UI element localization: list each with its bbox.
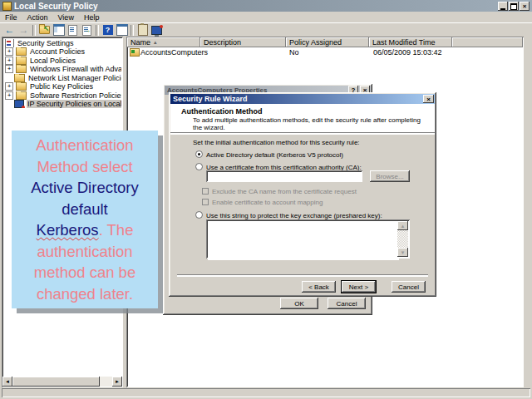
wizard-titlebar[interactable]: Security Rule Wizard	[170, 94, 435, 104]
scroll-up-button[interactable]: ▲	[397, 221, 408, 230]
new-window-button[interactable]	[115, 24, 129, 37]
browse-button[interactable]: Browse...	[370, 170, 410, 182]
app-icon	[2, 2, 12, 11]
annotation-line: Method select	[12, 156, 158, 178]
scroll-down-button[interactable]: ▼	[397, 248, 408, 257]
toolbar-separator	[32, 25, 36, 36]
scroll-left-button[interactable]: ◄	[2, 377, 12, 387]
tree-item-account-policies[interactable]: + Account Policies	[3, 47, 121, 56]
restore-button[interactable]	[509, 2, 519, 11]
export-list-button[interactable]: →	[80, 24, 94, 37]
menu-bar: File Action View Help	[0, 12, 532, 22]
toolbar-separator	[131, 25, 134, 36]
expand-plus-icon[interactable]: +	[5, 91, 13, 100]
ok-button[interactable]: OK	[280, 298, 318, 309]
cancel-button[interactable]: Cancel	[392, 281, 426, 293]
annotation-text: Active Directory	[31, 179, 139, 196]
status-bar	[2, 388, 530, 397]
radio-active-directory-label[interactable]: Active Directory default (Kerberos V5 pr…	[206, 151, 343, 159]
wizard-close-button[interactable]: ×	[423, 95, 434, 103]
tree-item-local-policies[interactable]: + Local Policies	[3, 57, 121, 65]
cell-name: AccountsComputers	[140, 48, 208, 57]
radio-certificate[interactable]	[195, 163, 203, 170]
preshared-key-input[interactable]	[208, 221, 399, 260]
expand-plus-icon[interactable]: +	[5, 57, 13, 65]
list-row-accountscomputers[interactable]: AccountsComputers No 06/05/2009 15:03:42	[127, 48, 518, 57]
scrollbar-track[interactable]	[100, 377, 112, 387]
up-one-level-icon: ↖	[39, 26, 50, 34]
manage-filter-lists-button[interactable]	[150, 24, 164, 37]
wizard-header: Authentication Method To add multiple au…	[170, 104, 435, 132]
expand-plus-icon[interactable]: +	[5, 47, 13, 56]
menu-view[interactable]: View	[53, 12, 79, 22]
tree-item-label: Windows Firewall with Advanced Security	[29, 65, 121, 73]
help-icon: ?	[103, 25, 113, 35]
show-hide-console-tree-icon	[53, 24, 65, 36]
window-title: Local Security Policy	[14, 2, 98, 11]
annotation-text-kerberos: Kerberos	[37, 221, 99, 239]
preshared-key-scrollbar[interactable]: ▲ ▼	[397, 221, 408, 257]
back-label: < Back	[308, 283, 329, 291]
tree-item-ip-security-policies[interactable]: IP Security Policies on Local Computer	[3, 100, 121, 108]
tree-item-public-key-policies[interactable]: + Public Key Policies	[3, 82, 121, 91]
checkbox-cert-mapping-label: Enable certificate to account mapping	[212, 199, 323, 206]
window-titlebar[interactable]: Local Security Policy ×	[0, 0, 532, 12]
column-header-name[interactable]: Name ▴	[127, 37, 200, 47]
radio-active-directory[interactable]	[195, 150, 203, 158]
scroll-down-icon: ▼	[401, 250, 406, 255]
folder-icon	[16, 57, 27, 65]
wizard-title: Security Rule Wizard	[173, 95, 247, 103]
close-icon: ×	[426, 96, 431, 103]
tree-item-security-settings[interactable]: Security Settings	[3, 39, 121, 47]
radio-preshared-key-label[interactable]: Use this string to protect the key excha…	[206, 212, 382, 219]
column-label: Description	[204, 38, 241, 47]
policy-icon	[130, 48, 140, 57]
toolbar: ← → ↖ → ?	[0, 22, 532, 37]
folder-icon	[14, 74, 25, 82]
annotation-text: method can be	[34, 264, 135, 281]
ok-label: OK	[294, 300, 304, 308]
refresh-button[interactable]	[66, 24, 80, 37]
expand-plus-icon[interactable]: +	[5, 82, 13, 91]
back-button[interactable]: ←	[2, 24, 17, 37]
scrollbar-thumb[interactable]	[12, 377, 100, 387]
forward-button[interactable]: →	[17, 24, 31, 37]
column-header-description[interactable]: Description	[200, 37, 286, 47]
tree-item-label: IP Security Policies on Local Computer	[27, 100, 121, 108]
ipsec-policy-icon	[14, 100, 24, 108]
checkbox-cert-mapping[interactable]	[202, 199, 209, 205]
restore-icon	[510, 3, 517, 10]
scroll-right-button[interactable]: ►	[112, 377, 122, 387]
menu-help[interactable]: Help	[79, 12, 105, 22]
checkbox-exclude-ca[interactable]	[202, 188, 209, 195]
button-separator	[177, 274, 428, 277]
expand-plus-icon[interactable]: +	[5, 65, 13, 73]
checkbox-exclude-ca-label: Exclude the CA name from the certificate…	[212, 188, 357, 195]
show-hide-console-tree-button[interactable]	[52, 24, 66, 37]
column-header-last-modified[interactable]: Last Modified Time	[369, 37, 452, 47]
create-policy-button[interactable]	[135, 24, 150, 37]
up-one-level-button[interactable]: ↖	[37, 24, 52, 37]
close-button[interactable]: ×	[520, 2, 530, 11]
export-list-icon: →	[82, 25, 91, 36]
column-header-policy-assigned[interactable]: Policy Assigned	[286, 37, 369, 47]
tree-horizontal-scrollbar[interactable]: ◄ ►	[2, 377, 122, 387]
next-button[interactable]: Next >	[342, 281, 376, 293]
back-icon: ←	[5, 25, 15, 35]
menu-file[interactable]: File	[0, 12, 22, 22]
tree-item-label: Network List Manager Policies	[27, 74, 121, 82]
menu-action[interactable]: Action	[22, 12, 53, 22]
minimize-button[interactable]	[498, 2, 508, 11]
tree-item-network-list-manager[interactable]: Network List Manager Policies	[3, 74, 121, 82]
help-button[interactable]: ?	[101, 24, 115, 37]
close-icon: ×	[523, 3, 527, 10]
properties-cancel-button[interactable]: Cancel	[328, 298, 366, 309]
tree-item-label: Local Policies	[29, 57, 76, 65]
tree-item-windows-firewall[interactable]: + Windows Firewall with Advanced Securit…	[3, 65, 121, 73]
new-window-icon	[116, 24, 128, 36]
back-wizard-button[interactable]: < Back	[302, 281, 336, 293]
ca-input[interactable]	[206, 170, 362, 182]
manage-filter-lists-icon	[151, 26, 162, 35]
radio-preshared-key[interactable]	[195, 211, 203, 219]
tree-item-software-restriction[interactable]: + Software Restriction Policies	[3, 91, 121, 100]
